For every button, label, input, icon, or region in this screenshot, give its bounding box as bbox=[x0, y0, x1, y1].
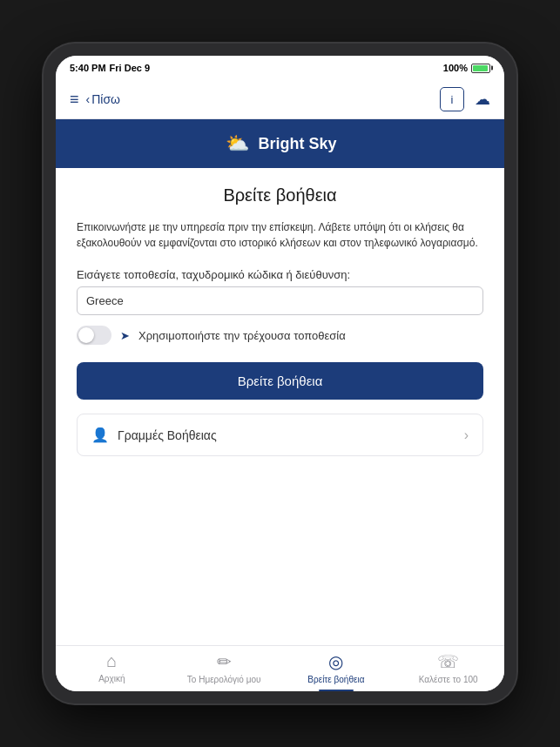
tab-diary-label: Το Ημερολόγιό μου bbox=[187, 675, 261, 684]
page-title: Βρείτε βοήθεια bbox=[77, 185, 483, 205]
info-icon: i bbox=[451, 93, 454, 106]
status-left: 5:40 PM Fri Dec 9 bbox=[70, 63, 150, 73]
location-toggle[interactable] bbox=[77, 326, 111, 345]
chevron-right-icon: › bbox=[464, 427, 469, 443]
battery-percent: 100% bbox=[443, 63, 468, 73]
location-toggle-row: ➤ Χρησιμοποιήστε την τρέχουσα τοποθεσία bbox=[77, 326, 483, 345]
status-right: 100% bbox=[443, 63, 490, 73]
app-title-part2: Sky bbox=[308, 135, 336, 152]
status-bar: 5:40 PM Fri Dec 9 100% bbox=[56, 56, 504, 80]
location-pin-icon: ➤ bbox=[120, 329, 130, 342]
helplines-row[interactable]: 👤 Γραμμές Βοήθειας › bbox=[77, 414, 483, 456]
status-time: 5:40 PM bbox=[70, 63, 106, 73]
tab-find-help-icon: ◎ bbox=[328, 651, 343, 672]
tab-find-help-label: Βρείτε βοήθεια bbox=[307, 675, 364, 684]
app-logo-icon: ⛅ bbox=[226, 132, 249, 155]
app-title-part1: Bright bbox=[258, 135, 308, 152]
cloud-icon[interactable]: ☁ bbox=[475, 90, 490, 109]
tab-call-icon: ☏ bbox=[437, 651, 459, 672]
tab-bar: ⌂ Αρχική ✏ Το Ημερολόγιό μου ◎ Βρείτε βο… bbox=[56, 645, 504, 691]
tablet-frame: 5:40 PM Fri Dec 9 100% ≡ ‹ Πίσω bbox=[44, 44, 516, 703]
app-logo: ⛅ bbox=[223, 130, 251, 158]
info-text: Επικοινωνήστε με την υπηρεσία πριν την ε… bbox=[77, 219, 483, 251]
tab-call-label: Καλέστε το 100 bbox=[419, 675, 478, 684]
helplines-left: 👤 Γραμμές Βοήθειας bbox=[91, 427, 217, 443]
hamburger-icon[interactable]: ≡ bbox=[70, 91, 79, 109]
main-content: Βρείτε βοήθεια Επικοινωνήστε με την υπηρ… bbox=[56, 168, 504, 645]
tablet-screen: 5:40 PM Fri Dec 9 100% ≡ ‹ Πίσω bbox=[56, 56, 504, 691]
tab-diary-icon: ✏ bbox=[217, 651, 232, 672]
tab-active-indicator bbox=[319, 690, 354, 691]
battery-fill bbox=[473, 65, 488, 71]
info-button[interactable]: i bbox=[440, 87, 464, 111]
tab-diary[interactable]: ✏ Το Ημερολόγιό μου bbox=[168, 651, 280, 684]
nav-left: ≡ ‹ Πίσω bbox=[70, 91, 120, 109]
tab-home-label: Αρχική bbox=[98, 674, 125, 683]
nav-bar: ≡ ‹ Πίσω i ☁ bbox=[56, 80, 504, 119]
battery-icon bbox=[471, 64, 490, 73]
back-button[interactable]: ‹ Πίσω bbox=[86, 92, 120, 106]
location-toggle-label: Χρησιμοποιήστε την τρέχουσα τοποθεσία bbox=[138, 329, 346, 342]
back-label: Πίσω bbox=[91, 92, 120, 106]
helplines-icon: 👤 bbox=[91, 427, 109, 443]
back-chevron-icon: ‹ bbox=[86, 92, 91, 106]
find-help-button[interactable]: Βρείτε βοήθεια bbox=[77, 362, 483, 400]
tab-home-icon: ⌂ bbox=[106, 651, 117, 671]
helplines-label: Γραμμές Βοήθειας bbox=[118, 428, 217, 442]
app-title: Bright Sky bbox=[258, 135, 336, 153]
location-input[interactable] bbox=[77, 286, 483, 315]
app-header: ⛅ Bright Sky bbox=[56, 119, 504, 168]
tab-find-help[interactable]: ◎ Βρείτε βοήθεια bbox=[280, 651, 393, 684]
input-label: Εισάγετε τοποθεσία, ταχυδρομικό κώδικα ή… bbox=[77, 268, 483, 281]
status-date: Fri Dec 9 bbox=[110, 63, 150, 73]
nav-right: i ☁ bbox=[440, 87, 490, 111]
tab-call[interactable]: ☏ Καλέστε το 100 bbox=[392, 651, 504, 684]
tab-home[interactable]: ⌂ Αρχική bbox=[56, 651, 168, 684]
